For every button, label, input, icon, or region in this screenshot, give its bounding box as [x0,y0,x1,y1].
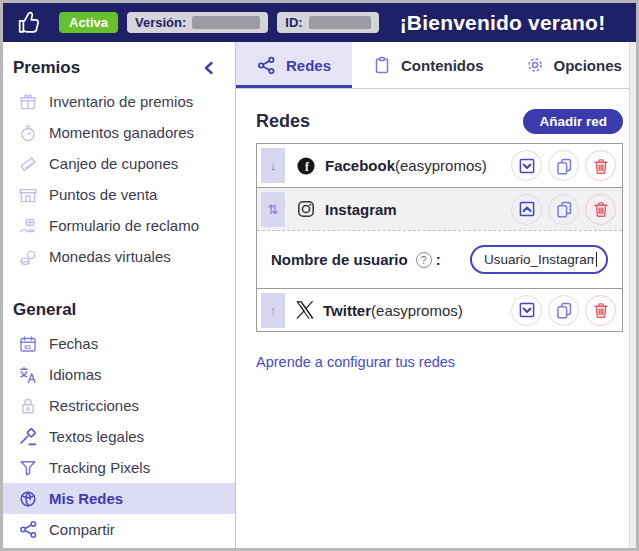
trash-icon [592,157,610,175]
expand-button[interactable] [511,295,542,326]
sidebar-item-monedas-virtuales[interactable]: Monedas virtuales [3,241,235,272]
promotion-title: ¡Bienvenido verano! [400,11,606,35]
sidebar-item-mis-redes[interactable]: Mis Redes [3,483,235,514]
copy-icon [555,200,573,218]
version-value-redacted [192,16,260,29]
globe-icon [18,489,38,509]
id-label: ID: [285,15,302,30]
redes-panel: Redes Añadir red ↓ f Facebook(easypr [236,89,629,548]
panel-heading: Redes [256,111,310,132]
drag-handle[interactable]: ⇅ [261,192,285,227]
sidebar-section-premios-header: Premios [3,52,235,86]
drag-handle[interactable]: ↓ [261,148,285,183]
content-area: Redes Contenidos Opciones [236,42,629,548]
store-icon [18,185,38,205]
instagram-icon [296,199,316,219]
facebook-icon: f [296,156,316,176]
id-pill: ID: [277,12,378,33]
network-suffix: (easypromos) [395,157,487,174]
network-name: Instagram [325,201,397,218]
tab-opciones[interactable]: Opciones [505,42,639,88]
sidebar-item-momentos-ganadores[interactable]: Momentos ganadores [3,117,235,148]
chevron-up-square-icon [518,200,536,218]
collapse-button[interactable] [511,194,542,225]
top-header: Activa Versión: ID: ¡Bienvenido verano! [3,3,636,42]
sidebar-item-textos-legales[interactable]: Textos legales [3,421,235,452]
gift-icon [18,92,38,112]
network-name: Facebook [325,157,395,174]
coins-icon [18,247,38,267]
sidebar: Premios Inventario de premios [3,42,236,548]
svg-text:f: f [305,160,309,172]
username-label: Nombre de usuario [271,251,408,268]
add-network-button[interactable]: Añadir red [523,109,623,134]
network-list: ↓ f Facebook(easypromos) [256,143,623,332]
calendar-icon: 03 [18,334,38,354]
sidebar-item-fechas[interactable]: 03 Fechas [3,328,235,359]
version-label: Versión: [135,15,186,30]
network-row-facebook: ↓ f Facebook(easypromos) [257,144,622,187]
app-window: Activa Versión: ID: ¡Bienvenido verano! … [3,3,636,548]
sidebar-collapse-button[interactable] [201,60,217,76]
network-row-twitter: ↑ Twitter(easypromos) [257,288,622,331]
delete-button[interactable] [585,295,616,326]
share-icon [18,520,38,540]
username-input[interactable] [470,245,608,274]
trash-icon [592,301,610,319]
twitter-x-icon [296,301,314,319]
tab-redes[interactable]: Redes [236,42,352,88]
status-badge: Activa [59,12,118,33]
sidebar-item-compartir[interactable]: Compartir [3,514,235,545]
drag-handle[interactable]: ↑ [261,293,285,328]
share-icon [257,56,276,75]
expand-button[interactable] [511,150,542,181]
help-tooltip-icon[interactable]: ? [416,252,432,268]
id-value-redacted [309,16,371,29]
tab-contenidos[interactable]: Contenidos [352,42,505,88]
copy-icon [555,301,573,319]
chevron-left-icon [201,60,217,76]
sidebar-item-restricciones[interactable]: Restricciones [3,390,235,421]
duplicate-button[interactable] [548,295,579,326]
sidebar-item-tracking-pixels[interactable]: Tracking Pixels [3,452,235,483]
clipboard-icon [373,56,391,74]
instagram-settings-form: Nombre de usuario ? : [257,230,622,288]
sidebar-item-idiomas[interactable]: Idiomas [3,359,235,390]
delete-button[interactable] [585,194,616,225]
section-title-general: General [13,300,76,320]
funnel-icon [18,458,38,478]
stopwatch-icon [18,123,38,143]
tab-bar: Redes Contenidos Opciones [236,42,629,89]
sidebar-item-inventario-de-premios[interactable]: Inventario de premios [3,86,235,117]
network-suffix: (easypromos) [371,302,463,319]
chevron-down-square-icon [518,301,536,319]
scrollbar-track[interactable] [629,42,636,548]
trash-icon [592,200,610,218]
network-row-instagram: ⇅ Instagram [257,187,622,230]
chevron-down-square-icon [518,157,536,175]
gavel-icon [18,427,38,447]
duplicate-button[interactable] [548,194,579,225]
lock-icon [18,396,38,416]
version-pill: Versión: [127,12,268,33]
coupon-icon [18,154,38,174]
translate-icon [18,365,38,385]
delete-button[interactable] [585,150,616,181]
sidebar-item-formulario-de-reclamo[interactable]: Formulario de reclamo [3,210,235,241]
svg-text:03: 03 [24,344,31,350]
duplicate-button[interactable] [548,150,579,181]
username-input-wrap [470,245,608,274]
thumbs-up-logo-icon [17,9,44,36]
configure-networks-link[interactable]: Aprende a configurar tus redes [256,354,455,370]
section-title-premios: Premios [13,58,80,78]
sidebar-item-puntos-de-venta[interactable]: Puntos de venta [3,179,235,210]
sidebar-item-canjeo-de-cupones[interactable]: Canjeo de cupones [3,148,235,179]
network-name: Twitter [323,302,371,319]
copy-icon [555,157,573,175]
gear-icon [526,56,544,74]
claim-form-icon [18,216,38,236]
sidebar-section-general-header: General [3,294,235,328]
